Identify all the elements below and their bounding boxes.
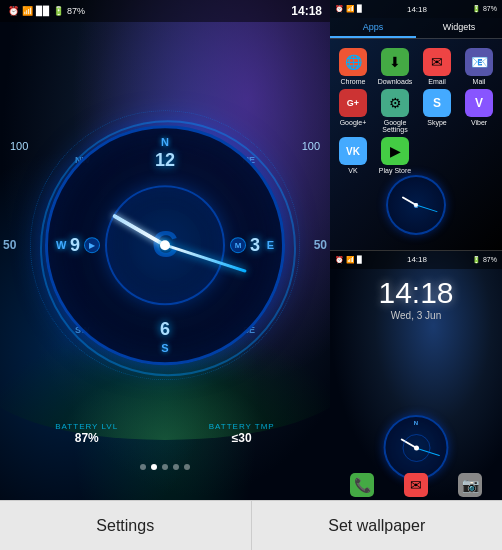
chrome-icon: 🌐 xyxy=(339,48,367,76)
page-dot-5 xyxy=(184,464,190,470)
mail-icon: 📧 xyxy=(465,48,493,76)
battery-temp-block: BATTERY TMP ≤30 xyxy=(209,422,275,445)
clock-num-3: 3 xyxy=(250,235,260,256)
list-item[interactable]: S Skype xyxy=(418,89,456,133)
status-time-left: 14:18 xyxy=(291,4,322,18)
playstore-icon: ▶ xyxy=(381,137,409,165)
compass-E-label: E xyxy=(267,239,274,251)
right-top-battery: 🔋 87% xyxy=(472,5,497,13)
main-area: ⏰ 📶 ▉▉ 🔋 87% 14:18 100 100 50 50 xyxy=(0,0,502,500)
clock-num-6: 6 xyxy=(160,319,170,340)
signal-icon: ▉▉ xyxy=(36,6,50,16)
battery-level-label: BATTERY LVL xyxy=(55,422,118,431)
page-dot-4 xyxy=(173,464,179,470)
analog-clock: 100 100 50 50 NW NE SW SE N S E xyxy=(45,125,285,365)
bottom-bar: Settings Set wallpaper xyxy=(0,500,502,550)
tab-widgets[interactable]: Widgets xyxy=(416,18,502,38)
status-icons-left: ⏰ 📶 ▉▉ 🔋 87% xyxy=(8,6,85,16)
list-item[interactable]: ✉ Email xyxy=(418,48,456,85)
battery-level-value: 87% xyxy=(55,431,118,445)
playstore-label: Play Store xyxy=(379,167,411,174)
side-50-right: 50 xyxy=(314,238,327,252)
right-bottom-time: 14:18 xyxy=(407,255,427,264)
settings-button[interactable]: Settings xyxy=(0,501,252,551)
viber-icon: V xyxy=(465,89,493,117)
list-item[interactable]: G+ Google+ xyxy=(334,89,372,133)
viber-label: Viber xyxy=(471,119,487,126)
right-bottom-panel: ⏰ 📶 ▉ 14:18 🔋 87% 14:18 Wed, 3 Jun N xyxy=(330,251,502,501)
chrome-label: Chrome xyxy=(341,78,366,85)
right-bottom-icons: ⏰ 📶 ▉ xyxy=(335,256,362,264)
battery-temp-label: BATTERY TMP xyxy=(209,422,275,431)
page-dot-2 xyxy=(151,464,157,470)
dock-camera[interactable]: 📷 xyxy=(458,473,482,497)
center-dot xyxy=(160,240,170,250)
mini-clock-bottom: N xyxy=(384,415,449,480)
compass-N-label: N xyxy=(161,136,169,148)
vk-label: VK xyxy=(348,167,357,174)
battery-percent: 87% xyxy=(67,6,85,16)
phone-background: ⏰ 📶 ▉▉ 🔋 87% 14:18 100 100 50 50 xyxy=(0,0,330,500)
list-item[interactable]: VK VK xyxy=(334,137,372,174)
lock-date-display: Wed, 3 Jun xyxy=(378,310,453,321)
right-top-status-bar: ⏰ 📶 ▉ 14:18 🔋 87% xyxy=(330,0,502,18)
battery-icon: 🔋 xyxy=(53,6,64,16)
lock-time-display: 14:18 xyxy=(378,276,453,310)
right-panels: ⏰ 📶 ▉ 14:18 🔋 87% Apps Widgets 🌐 Chrome … xyxy=(330,0,502,500)
bottom-dock: 📞 ✉ 📷 xyxy=(330,473,502,497)
right-bottom-battery: 🔋 87% xyxy=(472,256,497,264)
page-dot-3 xyxy=(162,464,168,470)
list-item[interactable]: ⬇ Downloads xyxy=(376,48,414,85)
tab-apps[interactable]: Apps xyxy=(330,18,416,38)
right-top-icons: ⏰ 📶 ▉ xyxy=(335,5,362,13)
alarm-icon: ⏰ xyxy=(8,6,19,16)
right-top-time: 14:18 xyxy=(407,5,427,14)
compass-W-label: W xyxy=(56,239,66,251)
mail-label: Mail xyxy=(473,78,486,85)
wifi-icon: 📶 xyxy=(22,6,33,16)
vk-icon: VK xyxy=(339,137,367,165)
list-item[interactable]: 📧 Mail xyxy=(460,48,498,85)
battery-info: BATTERY LVL 87% BATTERY TMP ≤30 xyxy=(0,422,330,445)
mini-clock-face-bottom: N xyxy=(384,415,449,480)
googleplus-icon: G+ xyxy=(339,89,367,117)
small-clock-right-top: C xyxy=(386,175,446,235)
right-bottom-status-bar: ⏰ 📶 ▉ 14:18 🔋 87% xyxy=(330,251,502,269)
page-dot-1 xyxy=(140,464,146,470)
gsettings-icon: ⚙ xyxy=(381,89,409,117)
right-top-panel[interactable]: ⏰ 📶 ▉ 14:18 🔋 87% Apps Widgets 🌐 Chrome … xyxy=(330,0,502,250)
side-50-left: 50 xyxy=(3,238,16,252)
battery-temp-value: ≤30 xyxy=(209,431,275,445)
downloads-label: Downloads xyxy=(378,78,413,85)
marker-100-right: 100 xyxy=(302,140,320,152)
list-item[interactable]: ⚙ Google Settings xyxy=(376,89,414,133)
clock-face: N S E W 12 3 6 9 xyxy=(45,125,285,365)
side-icon-m xyxy=(230,237,246,253)
page-dots xyxy=(140,464,190,470)
clock-num-9: 9 xyxy=(70,235,80,256)
compass-S-label: S xyxy=(161,342,168,354)
clock-num-12: 12 xyxy=(155,150,175,171)
dock-email[interactable]: ✉ xyxy=(404,473,428,497)
list-item[interactable]: ▶ Play Store xyxy=(376,137,414,174)
dock-phone[interactable]: 📞 xyxy=(350,473,374,497)
email-label: Email xyxy=(428,78,446,85)
list-item[interactable]: 🌐 Chrome xyxy=(334,48,372,85)
app-widget-tabs[interactable]: Apps Widgets xyxy=(330,18,502,39)
app-grid: 🌐 Chrome ⬇ Downloads ✉ Email 📧 Mail G+ xyxy=(334,48,498,174)
gsettings-label: Google Settings xyxy=(376,119,414,133)
skype-icon: S xyxy=(423,89,451,117)
lock-screen-time: 14:18 Wed, 3 Jun xyxy=(378,276,453,321)
skype-label: Skype xyxy=(427,119,446,126)
small-clock-face-top: C xyxy=(386,175,446,235)
email-icon: ✉ xyxy=(423,48,451,76)
downloads-icon: ⬇ xyxy=(381,48,409,76)
left-panel: ⏰ 📶 ▉▉ 🔋 87% 14:18 100 100 50 50 xyxy=(0,0,330,500)
list-item[interactable]: V Viber xyxy=(460,89,498,133)
set-wallpaper-button[interactable]: Set wallpaper xyxy=(252,501,503,551)
battery-level-block: BATTERY LVL 87% xyxy=(55,422,118,445)
left-status-bar: ⏰ 📶 ▉▉ 🔋 87% 14:18 xyxy=(0,0,330,22)
side-icon-play xyxy=(84,237,100,253)
marker-100-left: 100 xyxy=(10,140,28,152)
googleplus-label: Google+ xyxy=(340,119,367,126)
